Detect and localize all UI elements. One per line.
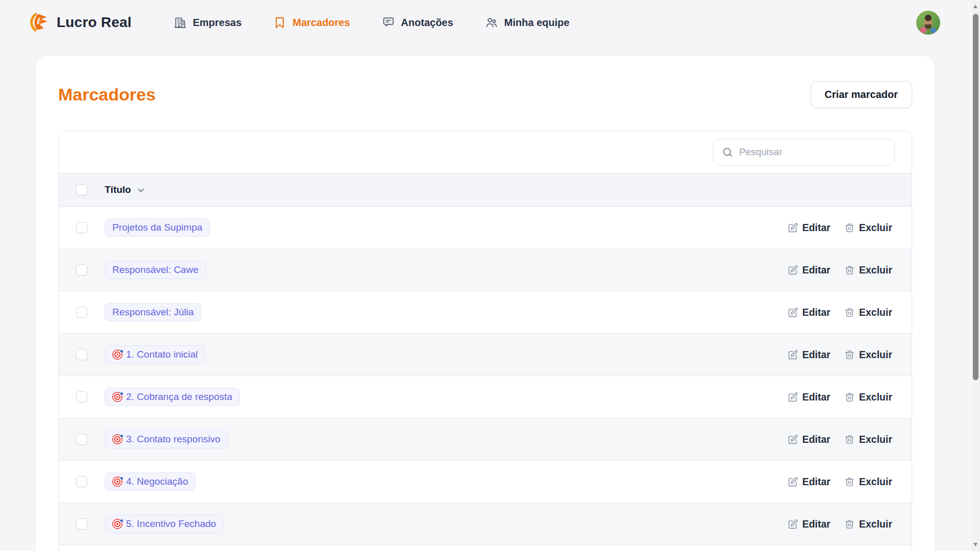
delete-label: Excluir — [859, 349, 892, 361]
brand-name: Lucro Real — [57, 14, 132, 31]
row-checkbox[interactable] — [76, 518, 87, 530]
edit-label: Editar — [802, 434, 830, 445]
row-actions: Editar Excluir — [788, 476, 892, 488]
delete-button[interactable]: Excluir — [844, 264, 892, 276]
delete-button[interactable]: Excluir — [844, 434, 892, 445]
nav-item-marcadores[interactable]: Marcadores — [273, 16, 350, 29]
search-box[interactable] — [713, 139, 895, 166]
nav-item-anotacoes[interactable]: Anotações — [382, 16, 453, 29]
row-checkbox[interactable] — [76, 222, 87, 233]
scroll-up-arrow-icon[interactable] — [973, 5, 977, 8]
edit-button[interactable]: Editar — [788, 307, 830, 318]
edit-button[interactable]: Editar — [788, 391, 830, 403]
nav-label: Empresas — [193, 17, 242, 29]
target-icon — [112, 392, 122, 402]
nav-label: Minha equipe — [504, 17, 570, 29]
delete-button[interactable]: Excluir — [844, 518, 892, 530]
edit-label: Editar — [802, 264, 830, 276]
select-all-checkbox[interactable] — [76, 184, 87, 195]
edit-button[interactable]: Editar — [788, 349, 830, 361]
edit-button[interactable]: Editar — [788, 518, 830, 530]
delete-label: Excluir — [859, 476, 892, 488]
edit-button[interactable]: Editar — [788, 264, 830, 276]
marker-tag-label: Responsável: Cawe — [112, 264, 199, 276]
table-body: Projetos da Supimpa Editar Excluir — [59, 207, 912, 545]
marker-tag[interactable]: 1. Contato inicial — [105, 345, 205, 364]
row-checkbox[interactable] — [76, 349, 87, 360]
row-checkbox[interactable] — [76, 264, 87, 276]
create-marker-button[interactable]: Criar marcador — [811, 81, 912, 108]
row-actions: Editar Excluir — [788, 264, 892, 276]
marker-tag[interactable]: Responsável: Cawe — [105, 261, 206, 279]
edit-icon — [788, 222, 798, 233]
edit-label: Editar — [802, 391, 830, 403]
table-next-row-partial — [59, 545, 912, 551]
edit-label: Editar — [802, 518, 830, 530]
delete-label: Excluir — [859, 307, 892, 318]
delete-button[interactable]: Excluir — [844, 222, 892, 234]
delete-label: Excluir — [859, 264, 892, 276]
marker-tag[interactable]: Projetos da Supimpa — [105, 218, 210, 237]
table-row: 1. Contato inicial Editar Excluir — [59, 334, 912, 376]
delete-button[interactable]: Excluir — [844, 391, 892, 403]
nav-item-empresas[interactable]: Empresas — [174, 16, 242, 29]
row-checkbox[interactable] — [76, 391, 87, 403]
marcadores-card: Marcadores Criar marcador Título — [36, 56, 935, 551]
marker-tag[interactable]: 4. Negociação — [105, 472, 195, 491]
marker-tag[interactable]: Responsável: Júlia — [105, 303, 201, 321]
trash-icon — [844, 434, 855, 445]
edit-icon — [788, 477, 798, 487]
brand[interactable]: Lucro Real — [28, 11, 132, 34]
marker-tag-label: 3. Contato responsivo — [126, 434, 220, 445]
vertical-scrollbar[interactable] — [971, 0, 980, 551]
column-title-label: Título — [105, 184, 131, 195]
marker-tag[interactable]: 5. Incentivo Fechado — [105, 515, 224, 533]
edit-button[interactable]: Editar — [788, 476, 830, 488]
edit-label: Editar — [802, 307, 830, 318]
trash-icon — [844, 222, 855, 233]
delete-button[interactable]: Excluir — [844, 476, 892, 488]
delete-button[interactable]: Excluir — [844, 349, 892, 361]
edit-label: Editar — [802, 349, 830, 361]
edit-icon — [788, 434, 798, 445]
main-nav: Empresas Marcadores Anotações Minha equi… — [174, 16, 570, 29]
nav-label: Marcadores — [292, 17, 350, 29]
row-checkbox[interactable] — [76, 307, 87, 318]
search-input[interactable] — [739, 146, 886, 158]
table-header-row: Título — [59, 173, 912, 207]
user-avatar[interactable] — [916, 11, 940, 35]
target-icon — [112, 519, 122, 529]
edit-button[interactable]: Editar — [788, 222, 830, 234]
table-row: Projetos da Supimpa Editar Excluir — [59, 207, 912, 249]
nav-item-minha-equipe[interactable]: Minha equipe — [485, 16, 570, 29]
nav-label: Anotações — [401, 17, 453, 29]
column-header-titulo[interactable]: Título — [105, 184, 146, 195]
row-actions: Editar Excluir — [788, 307, 892, 318]
row-checkbox[interactable] — [76, 434, 87, 445]
trash-icon — [844, 307, 855, 318]
edit-icon — [788, 349, 798, 360]
table-row: 5. Incentivo Fechado Editar Excluir — [59, 503, 912, 545]
page-title: Marcadores — [58, 85, 156, 105]
edit-button[interactable]: Editar — [788, 434, 830, 445]
marker-tag-label: 4. Negociação — [126, 476, 188, 487]
scrollbar-thumb[interactable] — [973, 14, 978, 380]
lucro-real-logo-icon — [28, 11, 52, 34]
marker-tag[interactable]: 2. Cobrança de resposta — [105, 388, 240, 406]
search-icon — [722, 146, 733, 158]
marker-tag[interactable]: 3. Contato responsivo — [105, 430, 228, 448]
team-icon — [485, 16, 498, 29]
chevron-down-icon — [136, 185, 146, 195]
row-checkbox[interactable] — [76, 476, 87, 487]
chat-annotation-icon — [382, 16, 395, 29]
marker-tag-label: 2. Cobrança de resposta — [126, 391, 232, 403]
target-icon — [112, 477, 122, 487]
delete-button[interactable]: Excluir — [844, 307, 892, 318]
delete-label: Excluir — [859, 222, 892, 234]
trash-icon — [844, 349, 855, 360]
trash-icon — [844, 519, 855, 530]
edit-icon — [788, 265, 798, 276]
scroll-down-arrow-icon[interactable] — [973, 543, 977, 546]
building-icon — [174, 16, 187, 29]
target-icon — [112, 349, 122, 360]
